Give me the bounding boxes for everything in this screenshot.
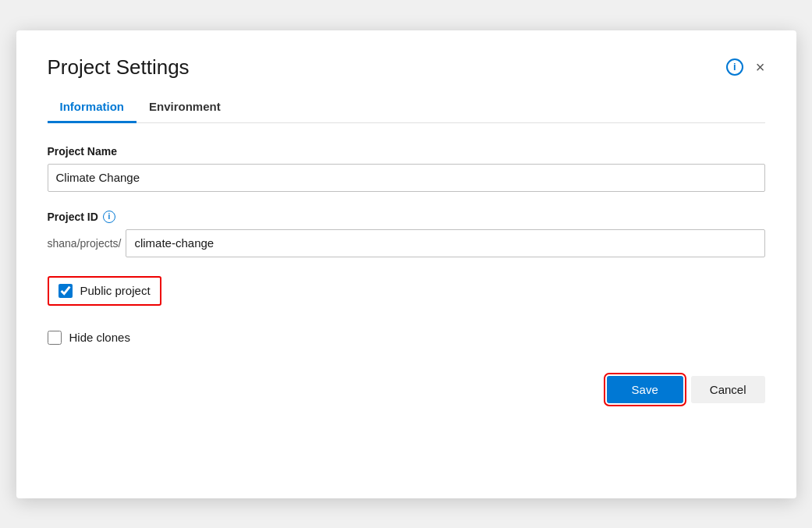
project-id-section: Project ID i shana/projects/: [48, 211, 765, 257]
dialog-title: Project Settings: [48, 55, 190, 80]
close-icon[interactable]: ×: [756, 59, 765, 75]
project-id-row: shana/projects/: [48, 229, 765, 257]
hide-clones-checkbox-row: Hide clones: [48, 331, 765, 345]
project-name-label: Project Name: [48, 145, 765, 158]
project-id-prefix: shana/projects/: [48, 237, 126, 250]
dialog-header: Project Settings i ×: [48, 55, 765, 80]
header-icons: i ×: [726, 58, 765, 76]
cancel-button[interactable]: Cancel: [691, 376, 765, 403]
save-button[interactable]: Save: [607, 376, 683, 403]
project-id-label: Project ID i: [48, 211, 765, 223]
tabs-container: Information Environment: [48, 92, 765, 123]
tab-information[interactable]: Information: [48, 92, 137, 123]
public-project-checkbox[interactable]: [59, 284, 73, 298]
project-id-input[interactable]: [126, 229, 764, 257]
public-project-label: Public project: [80, 284, 151, 297]
tab-environment[interactable]: Environment: [137, 92, 233, 123]
info-icon[interactable]: i: [726, 58, 743, 76]
public-project-checkbox-row: Public project: [48, 276, 161, 306]
project-id-info-icon[interactable]: i: [103, 211, 115, 223]
hide-clones-label: Hide clones: [69, 331, 130, 344]
footer-actions: Save Cancel: [48, 376, 765, 403]
public-project-row-wrapper: Public project: [48, 276, 765, 320]
project-settings-dialog: Project Settings i × Information Environ…: [16, 30, 796, 498]
hide-clones-checkbox[interactable]: [48, 331, 62, 345]
project-name-input[interactable]: [48, 164, 765, 192]
project-name-section: Project Name: [48, 145, 765, 192]
